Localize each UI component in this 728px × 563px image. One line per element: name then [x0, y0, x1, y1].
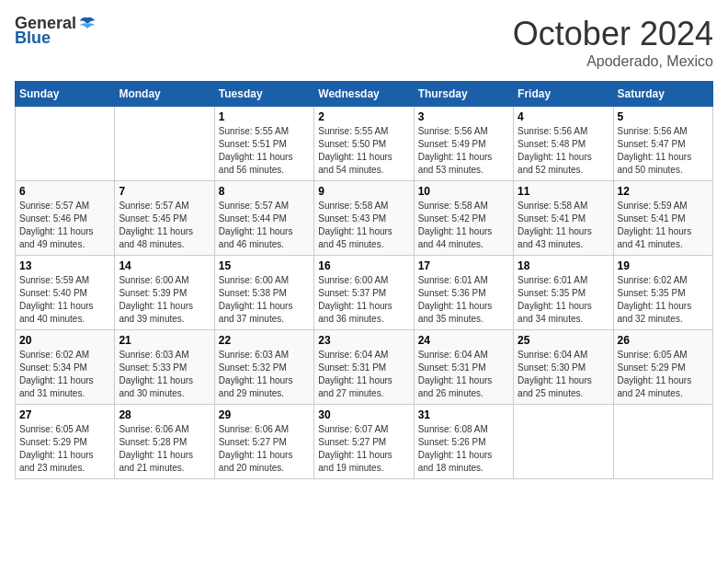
day-info: Sunrise: 6:01 AM Sunset: 5:35 PM Dayligh… [518, 274, 609, 326]
calendar-cell: 26Sunrise: 6:05 AM Sunset: 5:29 PM Dayli… [613, 330, 712, 405]
day-info: Sunrise: 6:08 AM Sunset: 5:26 PM Dayligh… [418, 423, 509, 475]
day-number: 29 [219, 408, 310, 421]
day-info: Sunrise: 6:04 AM Sunset: 5:31 PM Dayligh… [418, 349, 509, 400]
calendar-cell: 24Sunrise: 6:04 AM Sunset: 5:31 PM Dayli… [414, 330, 513, 405]
calendar-header-thursday: Thursday [414, 82, 513, 107]
calendar-cell: 11Sunrise: 5:58 AM Sunset: 5:41 PM Dayli… [514, 181, 613, 256]
day-info: Sunrise: 5:57 AM Sunset: 5:45 PM Dayligh… [119, 200, 210, 251]
day-number: 27 [19, 408, 110, 421]
calendar-cell: 22Sunrise: 6:03 AM Sunset: 5:32 PM Dayli… [214, 330, 313, 405]
day-number: 13 [19, 259, 110, 272]
calendar-cell: 25Sunrise: 6:04 AM Sunset: 5:30 PM Dayli… [514, 330, 613, 405]
day-info: Sunrise: 6:03 AM Sunset: 5:32 PM Dayligh… [219, 349, 310, 400]
day-number: 3 [418, 110, 509, 123]
day-number: 22 [219, 334, 310, 347]
calendar-cell: 4Sunrise: 5:56 AM Sunset: 5:48 PM Daylig… [514, 107, 613, 181]
calendar-cell: 10Sunrise: 5:58 AM Sunset: 5:42 PM Dayli… [414, 181, 513, 256]
day-number: 4 [518, 110, 609, 123]
day-number: 11 [518, 185, 609, 198]
day-info: Sunrise: 5:55 AM Sunset: 5:51 PM Dayligh… [219, 125, 310, 177]
day-number: 28 [119, 408, 210, 421]
day-info: Sunrise: 6:03 AM Sunset: 5:33 PM Dayligh… [119, 349, 210, 400]
day-info: Sunrise: 5:57 AM Sunset: 5:44 PM Dayligh… [219, 200, 310, 251]
day-info: Sunrise: 5:59 AM Sunset: 5:41 PM Dayligh… [618, 200, 709, 251]
calendar-cell: 7Sunrise: 5:57 AM Sunset: 5:45 PM Daylig… [115, 181, 214, 256]
calendar-cell: 30Sunrise: 6:07 AM Sunset: 5:27 PM Dayli… [314, 405, 414, 479]
day-number: 18 [518, 259, 609, 272]
calendar-cell: 6Sunrise: 5:57 AM Sunset: 5:46 PM Daylig… [16, 181, 115, 256]
calendar-header-monday: Monday [115, 82, 214, 107]
day-number: 14 [119, 259, 210, 272]
day-info: Sunrise: 5:58 AM Sunset: 5:43 PM Dayligh… [318, 200, 409, 251]
page-header: General Blue October 2024 Apoderado, Mex… [15, 15, 713, 70]
calendar-cell: 21Sunrise: 6:03 AM Sunset: 5:33 PM Dayli… [115, 330, 214, 405]
calendar-cell: 8Sunrise: 5:57 AM Sunset: 5:44 PM Daylig… [214, 181, 313, 256]
calendar-cell: 20Sunrise: 6:02 AM Sunset: 5:34 PM Dayli… [16, 330, 115, 405]
day-info: Sunrise: 6:05 AM Sunset: 5:29 PM Dayligh… [618, 349, 709, 400]
calendar-week-row: 6Sunrise: 5:57 AM Sunset: 5:46 PM Daylig… [16, 181, 713, 256]
calendar-week-row: 1Sunrise: 5:55 AM Sunset: 5:51 PM Daylig… [16, 107, 713, 181]
day-number: 10 [418, 185, 509, 198]
day-info: Sunrise: 5:58 AM Sunset: 5:41 PM Dayligh… [518, 200, 609, 251]
day-number: 26 [618, 334, 709, 347]
calendar-header-friday: Friday [514, 82, 613, 107]
day-number: 8 [219, 185, 310, 198]
calendar-table: SundayMondayTuesdayWednesdayThursdayFrid… [15, 81, 713, 479]
calendar-cell: 5Sunrise: 5:56 AM Sunset: 5:47 PM Daylig… [613, 107, 712, 181]
calendar-cell: 28Sunrise: 6:06 AM Sunset: 5:28 PM Dayli… [115, 405, 214, 479]
calendar-cell: 17Sunrise: 6:01 AM Sunset: 5:36 PM Dayli… [414, 256, 513, 330]
day-number: 17 [418, 259, 509, 272]
calendar-header-saturday: Saturday [613, 82, 712, 107]
calendar-cell: 18Sunrise: 6:01 AM Sunset: 5:35 PM Dayli… [514, 256, 613, 330]
day-info: Sunrise: 5:59 AM Sunset: 5:40 PM Dayligh… [19, 274, 110, 326]
calendar-cell: 3Sunrise: 5:56 AM Sunset: 5:49 PM Daylig… [414, 107, 513, 181]
calendar-cell: 31Sunrise: 6:08 AM Sunset: 5:26 PM Dayli… [414, 405, 513, 479]
calendar-cell [16, 107, 115, 181]
day-number: 16 [318, 259, 409, 272]
day-number: 24 [418, 334, 509, 347]
day-info: Sunrise: 6:04 AM Sunset: 5:31 PM Dayligh… [318, 349, 409, 400]
calendar-header-wednesday: Wednesday [314, 82, 414, 107]
calendar-cell: 12Sunrise: 5:59 AM Sunset: 5:41 PM Dayli… [613, 181, 712, 256]
month-title: October 2024 [513, 15, 713, 53]
day-info: Sunrise: 5:55 AM Sunset: 5:50 PM Dayligh… [318, 125, 409, 177]
day-info: Sunrise: 5:56 AM Sunset: 5:48 PM Dayligh… [518, 125, 609, 177]
calendar-cell: 14Sunrise: 6:00 AM Sunset: 5:39 PM Dayli… [115, 256, 214, 330]
day-info: Sunrise: 6:02 AM Sunset: 5:35 PM Dayligh… [618, 274, 709, 326]
day-info: Sunrise: 5:56 AM Sunset: 5:47 PM Dayligh… [618, 125, 709, 177]
day-info: Sunrise: 6:06 AM Sunset: 5:27 PM Dayligh… [219, 423, 310, 475]
calendar-cell [115, 107, 214, 181]
day-number: 19 [618, 259, 709, 272]
day-info: Sunrise: 6:06 AM Sunset: 5:28 PM Dayligh… [119, 423, 210, 475]
day-number: 5 [618, 110, 709, 123]
title-area: October 2024 Apoderado, Mexico [513, 15, 713, 70]
calendar-cell [514, 405, 613, 479]
day-number: 2 [318, 110, 409, 123]
day-info: Sunrise: 6:04 AM Sunset: 5:30 PM Dayligh… [518, 349, 609, 400]
calendar-week-row: 20Sunrise: 6:02 AM Sunset: 5:34 PM Dayli… [16, 330, 713, 405]
day-info: Sunrise: 6:00 AM Sunset: 5:38 PM Dayligh… [219, 274, 310, 326]
day-info: Sunrise: 6:01 AM Sunset: 5:36 PM Dayligh… [418, 274, 509, 326]
day-number: 23 [318, 334, 409, 347]
calendar-cell: 29Sunrise: 6:06 AM Sunset: 5:27 PM Dayli… [214, 405, 313, 479]
calendar-cell: 23Sunrise: 6:04 AM Sunset: 5:31 PM Dayli… [314, 330, 414, 405]
logo: General Blue [15, 15, 97, 48]
day-info: Sunrise: 6:02 AM Sunset: 5:34 PM Dayligh… [19, 349, 110, 400]
day-number: 20 [19, 334, 110, 347]
day-number: 12 [618, 185, 709, 198]
day-number: 31 [418, 408, 509, 421]
day-number: 9 [318, 185, 409, 198]
calendar-cell: 27Sunrise: 6:05 AM Sunset: 5:29 PM Dayli… [16, 405, 115, 479]
calendar-cell: 9Sunrise: 5:58 AM Sunset: 5:43 PM Daylig… [314, 181, 414, 256]
day-info: Sunrise: 6:05 AM Sunset: 5:29 PM Dayligh… [19, 423, 110, 475]
day-number: 7 [119, 185, 210, 198]
day-number: 15 [219, 259, 310, 272]
calendar-week-row: 13Sunrise: 5:59 AM Sunset: 5:40 PM Dayli… [16, 256, 713, 330]
calendar-cell [613, 405, 712, 479]
calendar-header-row: SundayMondayTuesdayWednesdayThursdayFrid… [16, 82, 713, 107]
day-info: Sunrise: 5:56 AM Sunset: 5:49 PM Dayligh… [418, 125, 509, 177]
day-number: 6 [19, 185, 110, 198]
calendar-cell: 13Sunrise: 5:59 AM Sunset: 5:40 PM Dayli… [16, 256, 115, 330]
calendar-cell: 1Sunrise: 5:55 AM Sunset: 5:51 PM Daylig… [214, 107, 313, 181]
day-info: Sunrise: 6:00 AM Sunset: 5:37 PM Dayligh… [318, 274, 409, 326]
